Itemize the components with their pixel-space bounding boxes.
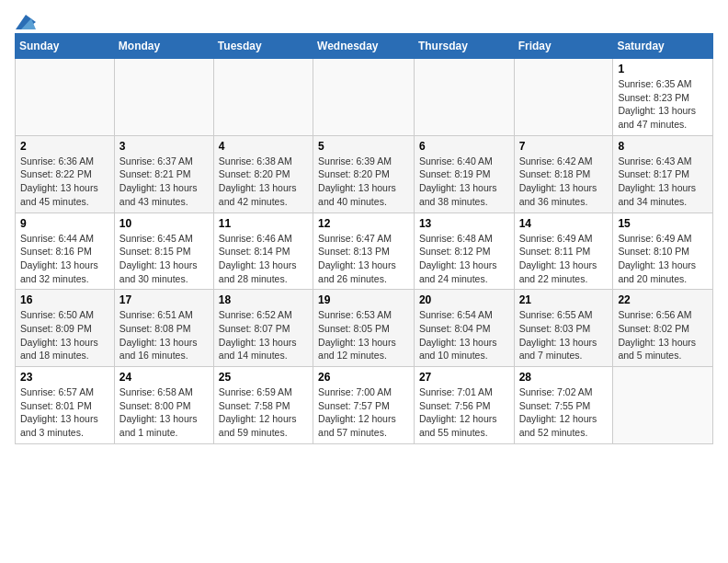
calendar-cell: 1Sunrise: 6:35 AMSunset: 8:23 PMDaylight… [613,59,713,136]
weekday-header: Sunday [16,34,115,59]
calendar-cell: 3Sunrise: 6:37 AMSunset: 8:21 PMDaylight… [114,135,213,213]
calendar-week-row: 23Sunrise: 6:57 AMSunset: 8:01 PMDayligh… [16,367,713,444]
day-info: Sunrise: 6:42 AMSunset: 8:18 PMDaylight:… [519,155,609,209]
calendar-cell [414,59,514,136]
day-info: Sunrise: 6:51 AMSunset: 8:08 PMDaylight:… [119,308,209,362]
day-info: Sunrise: 6:35 AMSunset: 8:23 PMDaylight:… [618,77,708,132]
day-number: 12 [318,217,409,230]
day-number: 21 [519,293,609,306]
calendar-cell: 25Sunrise: 6:59 AMSunset: 7:58 PMDayligh… [213,367,313,444]
calendar-cell: 13Sunrise: 6:48 AMSunset: 8:12 PMDayligh… [414,213,514,290]
calendar-cell: 6Sunrise: 6:40 AMSunset: 8:19 PMDaylight… [414,135,514,213]
day-number: 6 [419,140,509,153]
day-info: Sunrise: 6:47 AMSunset: 8:13 PMDaylight:… [318,232,409,286]
day-info: Sunrise: 6:37 AMSunset: 8:21 PMDaylight:… [119,155,209,209]
calendar-cell: 14Sunrise: 6:49 AMSunset: 8:11 PMDayligh… [514,213,613,290]
calendar-cell: 24Sunrise: 6:58 AMSunset: 8:00 PMDayligh… [114,367,213,444]
calendar-week-row: 16Sunrise: 6:50 AMSunset: 8:09 PMDayligh… [16,290,713,367]
calendar-cell: 27Sunrise: 7:01 AMSunset: 7:56 PMDayligh… [414,367,514,444]
calendar-week-row: 1Sunrise: 6:35 AMSunset: 8:23 PMDaylight… [16,59,713,136]
day-number: 17 [119,293,209,306]
day-number: 26 [318,371,409,384]
calendar-cell [114,59,213,136]
calendar-cell: 16Sunrise: 6:50 AMSunset: 8:09 PMDayligh… [16,290,115,367]
calendar-cell: 26Sunrise: 7:00 AMSunset: 7:57 PMDayligh… [313,367,415,444]
calendar: SundayMondayTuesdayWednesdayThursdayFrid… [15,33,713,444]
calendar-cell: 9Sunrise: 6:44 AMSunset: 8:16 PMDaylight… [16,213,115,290]
calendar-cell: 8Sunrise: 6:43 AMSunset: 8:17 PMDaylight… [613,135,713,213]
calendar-cell: 20Sunrise: 6:54 AMSunset: 8:04 PMDayligh… [414,290,514,367]
day-info: Sunrise: 6:54 AMSunset: 8:04 PMDaylight:… [419,308,509,362]
day-number: 22 [618,293,708,306]
day-info: Sunrise: 6:48 AMSunset: 8:12 PMDaylight:… [419,232,509,286]
calendar-cell [213,59,313,136]
day-number: 23 [20,371,109,384]
day-number: 11 [219,217,308,230]
day-number: 9 [20,217,109,230]
calendar-week-row: 2Sunrise: 6:36 AMSunset: 8:22 PMDaylight… [16,135,713,213]
logo-icon [16,15,36,29]
day-info: Sunrise: 6:52 AMSunset: 8:07 PMDaylight:… [219,308,308,362]
day-number: 28 [519,371,609,384]
day-info: Sunrise: 6:49 AMSunset: 8:11 PMDaylight:… [519,232,609,286]
day-info: Sunrise: 6:39 AMSunset: 8:20 PMDaylight:… [318,155,409,209]
day-info: Sunrise: 6:58 AMSunset: 8:00 PMDaylight:… [119,385,209,440]
day-number: 19 [318,293,409,306]
day-number: 14 [519,217,609,230]
calendar-cell [313,59,415,136]
calendar-cell: 5Sunrise: 6:39 AMSunset: 8:20 PMDaylight… [313,135,415,213]
calendar-header-row: SundayMondayTuesdayWednesdayThursdayFrid… [16,34,713,59]
weekday-header: Saturday [613,34,713,59]
day-info: Sunrise: 6:43 AMSunset: 8:17 PMDaylight:… [618,155,708,209]
day-number: 1 [618,63,708,75]
calendar-cell: 18Sunrise: 6:52 AMSunset: 8:07 PMDayligh… [213,290,313,367]
header [15,15,713,26]
calendar-cell: 10Sunrise: 6:45 AMSunset: 8:15 PMDayligh… [114,213,213,290]
weekday-header: Tuesday [213,34,313,59]
day-info: Sunrise: 6:59 AMSunset: 7:58 PMDaylight:… [219,385,308,440]
day-number: 25 [219,371,308,384]
day-info: Sunrise: 6:45 AMSunset: 8:15 PMDaylight:… [119,232,209,286]
day-info: Sunrise: 6:53 AMSunset: 8:05 PMDaylight:… [318,308,409,362]
day-info: Sunrise: 7:01 AMSunset: 7:56 PMDaylight:… [419,385,509,440]
day-number: 16 [20,293,109,306]
calendar-cell [514,59,613,136]
day-info: Sunrise: 6:36 AMSunset: 8:22 PMDaylight:… [20,155,109,209]
day-number: 13 [419,217,509,230]
day-number: 3 [119,140,209,153]
calendar-cell: 28Sunrise: 7:02 AMSunset: 7:55 PMDayligh… [514,367,613,444]
logo [15,15,37,26]
day-number: 2 [20,140,109,153]
day-number: 8 [618,140,708,153]
day-number: 20 [419,293,509,306]
calendar-cell: 23Sunrise: 6:57 AMSunset: 8:01 PMDayligh… [16,367,115,444]
calendar-cell: 4Sunrise: 6:38 AMSunset: 8:20 PMDaylight… [213,135,313,213]
calendar-cell: 15Sunrise: 6:49 AMSunset: 8:10 PMDayligh… [613,213,713,290]
day-info: Sunrise: 7:00 AMSunset: 7:57 PMDaylight:… [318,385,409,440]
day-number: 4 [219,140,308,153]
calendar-cell: 21Sunrise: 6:55 AMSunset: 8:03 PMDayligh… [514,290,613,367]
day-info: Sunrise: 6:46 AMSunset: 8:14 PMDaylight:… [219,232,308,286]
day-number: 5 [318,140,409,153]
day-info: Sunrise: 6:38 AMSunset: 8:20 PMDaylight:… [219,155,308,209]
weekday-header: Monday [114,34,213,59]
day-info: Sunrise: 6:50 AMSunset: 8:09 PMDaylight:… [20,308,109,362]
calendar-cell: 19Sunrise: 6:53 AMSunset: 8:05 PMDayligh… [313,290,415,367]
day-info: Sunrise: 6:55 AMSunset: 8:03 PMDaylight:… [519,308,609,362]
day-info: Sunrise: 6:49 AMSunset: 8:10 PMDaylight:… [618,232,708,286]
calendar-cell: 7Sunrise: 6:42 AMSunset: 8:18 PMDaylight… [514,135,613,213]
calendar-cell [613,367,713,444]
day-number: 15 [618,217,708,230]
calendar-cell: 22Sunrise: 6:56 AMSunset: 8:02 PMDayligh… [613,290,713,367]
weekday-header: Wednesday [313,34,415,59]
calendar-week-row: 9Sunrise: 6:44 AMSunset: 8:16 PMDaylight… [16,213,713,290]
day-info: Sunrise: 6:56 AMSunset: 8:02 PMDaylight:… [618,308,708,362]
weekday-header: Friday [514,34,613,59]
calendar-cell: 2Sunrise: 6:36 AMSunset: 8:22 PMDaylight… [16,135,115,213]
day-number: 18 [219,293,308,306]
calendar-cell [16,59,115,136]
day-info: Sunrise: 7:02 AMSunset: 7:55 PMDaylight:… [519,385,609,440]
calendar-cell: 17Sunrise: 6:51 AMSunset: 8:08 PMDayligh… [114,290,213,367]
day-number: 10 [119,217,209,230]
calendar-cell: 11Sunrise: 6:46 AMSunset: 8:14 PMDayligh… [213,213,313,290]
